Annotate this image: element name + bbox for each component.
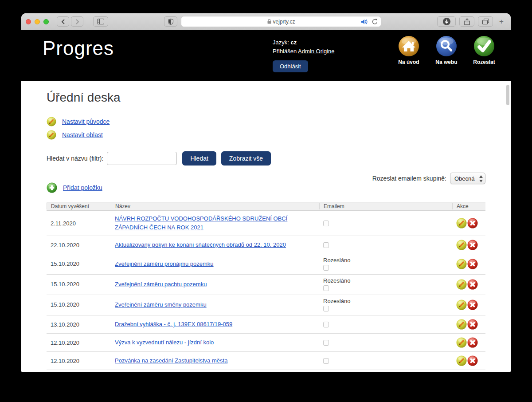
audio-icon[interactable] [361, 19, 368, 24]
row-date: 15.10.2020 [47, 260, 111, 267]
setup-link[interactable]: Nastavit původce [62, 118, 110, 125]
item-link[interactable]: Pozvánka na zasedání Zastupitelstva měst… [115, 357, 227, 364]
item-link[interactable]: Zveřejnění záměru pachtu pozemku [115, 281, 207, 288]
scrollbar-thumb[interactable] [506, 85, 509, 105]
check-icon [473, 35, 495, 57]
add-item-row[interactable]: Přidat položku [47, 182, 102, 193]
search-button[interactable]: Hledat [182, 151, 216, 166]
share-button[interactable] [459, 16, 474, 27]
chevron-right-icon [75, 19, 79, 24]
app-logo: Progres [43, 37, 114, 59]
downloads-button[interactable] [437, 16, 456, 27]
item-link[interactable]: Dražební vyhláška - č. j. 139EX 08617/19… [115, 321, 232, 327]
delete-icon[interactable] [467, 300, 478, 310]
logged-user-link[interactable]: Admin Origine [298, 48, 334, 55]
row-date: 22.10.2020 [47, 242, 111, 248]
delete-icon[interactable] [467, 355, 478, 366]
edit-icon[interactable] [456, 240, 467, 250]
nav-item-label: Na webu [435, 59, 457, 65]
back-button[interactable] [57, 16, 69, 27]
tabs-icon [482, 19, 489, 24]
item-link[interactable]: Aktualizovaný pokyn ke konání sňatečných… [115, 241, 286, 248]
nav-item-na-úvod[interactable]: Na úvod [393, 35, 425, 65]
row-title-cell: Zveřejnění záměru pronájmu pozemku [111, 260, 319, 268]
edit-icon[interactable] [456, 355, 467, 366]
column-header: Datum vyvěšení [47, 203, 111, 209]
setup-link[interactable]: Nastavit oblast [62, 131, 103, 138]
setup-links: Nastavit původce Nastavit oblast [47, 115, 485, 142]
logout-button[interactable]: Odhlásit [273, 60, 308, 72]
actions-cell [452, 240, 485, 250]
delete-icon[interactable] [467, 279, 478, 290]
sidebar-toggle-button[interactable] [93, 16, 108, 27]
delete-icon[interactable] [467, 337, 478, 348]
delete-icon[interactable] [467, 240, 478, 250]
edit-icon[interactable] [456, 259, 467, 269]
email-checkbox[interactable] [323, 242, 329, 248]
table-row: 9.10.2020Oznámení o zahájení řízení - st… [47, 370, 485, 372]
email-checkbox[interactable] [323, 358, 329, 364]
table-row: 13.10.2020Dražební vyhláška - č. j. 139E… [47, 315, 485, 334]
edit-icon[interactable] [456, 218, 467, 229]
column-header: Název [111, 203, 319, 209]
email-checkbox[interactable] [323, 285, 329, 291]
row-title-cell: Zveřejnění záměru pachtu pozemku [111, 280, 319, 289]
actions-cell [452, 337, 485, 348]
edit-icon[interactable] [456, 300, 467, 310]
reload-icon[interactable] [372, 19, 378, 25]
nav-item-rozeslat[interactable]: Rozeslat [468, 35, 500, 65]
table-row: 15.10.2020Zveřejnění záměru pachtu pozem… [47, 275, 485, 295]
email-checkbox[interactable] [323, 306, 329, 311]
email-checkbox[interactable] [323, 221, 329, 226]
address-bar[interactable]: vejprty.cz [181, 16, 381, 27]
item-link[interactable]: Zveřejnění záměru pronájmu pozemku [115, 260, 214, 267]
nav-item-label: Na úvod [398, 59, 419, 65]
group-select-label: Rozeslat emailem skupině: [372, 175, 446, 182]
email-checkbox[interactable] [323, 322, 329, 327]
delete-icon[interactable] [467, 259, 478, 269]
delete-icon[interactable] [467, 319, 478, 330]
add-item-link[interactable]: Přidat položku [63, 184, 102, 191]
language-row: Jazyk: cz [273, 38, 334, 47]
forward-button[interactable] [71, 16, 83, 27]
edit-icon[interactable] [456, 279, 467, 290]
show-all-button[interactable]: Zobrazit vše [221, 151, 271, 166]
setup-link-row[interactable]: Nastavit původce [47, 115, 485, 128]
item-link[interactable]: NÁVRH ROZPOČTU VODOHOSPODÁŘSKÉHO SDRUŽEN… [115, 215, 287, 231]
group-select-row: Rozeslat emailem skupině: Obecná [372, 173, 485, 184]
item-link[interactable]: Výzva k vyzvednutí nálezu - jízdní kolo [115, 339, 214, 346]
group-select-value: Obecná [454, 175, 475, 182]
download-icon [442, 17, 451, 26]
session-info: Jazyk: cz Přihlášen Admin Origine Odhlás… [273, 38, 334, 72]
page-title: Úřední deska [47, 90, 485, 105]
home-icon [398, 35, 419, 57]
email-checkbox[interactable] [323, 340, 329, 346]
share-icon [464, 18, 470, 25]
lock-icon [267, 19, 271, 24]
nav-item-na-webu[interactable]: Na webu [430, 35, 462, 65]
delete-icon[interactable] [467, 218, 478, 229]
email-cell [319, 358, 452, 364]
edit-icon[interactable] [456, 319, 467, 330]
column-header: Emailem [319, 203, 452, 209]
privacy-report-button[interactable] [164, 16, 177, 27]
filter-row: Hledat v názvu (filtr): Hledat Zobrazit … [47, 151, 485, 166]
new-tab-button[interactable]: + [497, 17, 506, 26]
zoom-window-button[interactable] [43, 19, 49, 24]
row-date: 15.10.2020 [47, 281, 111, 288]
group-select[interactable]: Obecná [450, 173, 485, 184]
minimize-window-button[interactable] [35, 19, 40, 24]
email-checkbox[interactable] [323, 265, 329, 271]
close-window-button[interactable] [26, 19, 31, 24]
header-nav: Na úvod Na webu Rozeslat [393, 35, 500, 65]
actions-cell [452, 319, 485, 330]
table-header: Datum vyvěšeníNázevEmailemAkce [47, 202, 485, 211]
setup-link-row[interactable]: Nastavit oblast [47, 128, 485, 142]
item-link[interactable]: Zveřejnění záměru směny pozemku [115, 301, 207, 308]
url-text: vejprty.cz [273, 19, 295, 25]
tab-overview-button[interactable] [478, 16, 493, 27]
edit-icon[interactable] [456, 337, 467, 348]
filter-input[interactable] [107, 152, 177, 165]
email-cell: Rozesláno [319, 257, 452, 271]
sent-label: Rozesláno [323, 257, 452, 264]
